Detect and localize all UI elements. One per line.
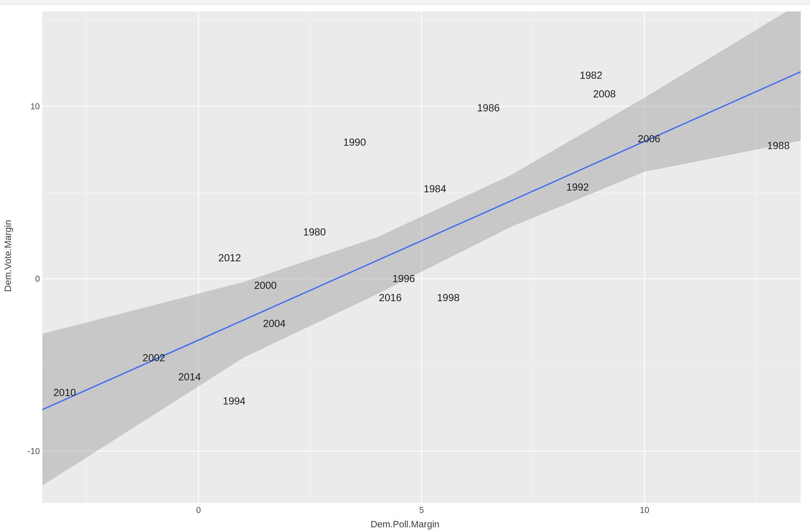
chart-container: Dem.Vote.Margin 201020022014201219942000… <box>0 5 810 532</box>
window-top-border <box>0 0 810 5</box>
x-tick-label: 0 <box>196 505 201 515</box>
y-tick-label: 0 <box>14 274 40 283</box>
plot-svg <box>42 11 801 503</box>
y-axis-title: Dem.Vote.Margin <box>3 220 14 292</box>
y-tick-label: -10 <box>14 446 40 456</box>
y-axis-title-wrap: Dem.Vote.Margin <box>2 5 14 507</box>
plot-panel: 2010200220142012199420002004198019902016… <box>42 11 801 503</box>
y-tick-label: 10 <box>14 101 40 111</box>
x-tick-label: 5 <box>419 505 424 515</box>
x-tick-label: 10 <box>640 505 649 515</box>
x-axis-title: Dem.Poll.Margin <box>0 519 810 530</box>
